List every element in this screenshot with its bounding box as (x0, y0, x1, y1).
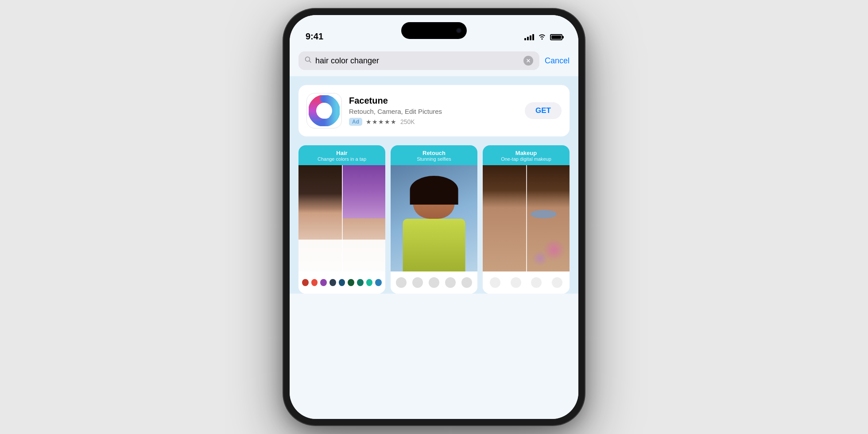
svg-point-7 (321, 112, 330, 119)
screenshot-hair-image (298, 165, 385, 271)
screenshot-retouch-image (391, 165, 477, 271)
color-blue (375, 279, 382, 286)
divider-makeup (526, 165, 527, 271)
hair-makeup-left (483, 165, 526, 208)
color-navy (339, 279, 345, 286)
clear-search-button[interactable] (523, 56, 533, 66)
phone-screen: 9:41 (290, 15, 578, 419)
phone-shell: 9:41 (283, 9, 585, 425)
screenshot-makeup-title: Makeup (488, 150, 564, 156)
screenshot-hair-header: Hair Change colors in a tap (298, 145, 385, 165)
scene: 9:41 (0, 0, 868, 434)
screenshots-row: Hair Change colors in a tap (298, 145, 570, 294)
svg-line-1 (310, 61, 311, 63)
hair-dark (298, 165, 342, 213)
review-count: 250K (400, 118, 415, 125)
get-button[interactable]: GET (525, 102, 562, 119)
retouch-icon-2 (412, 277, 423, 288)
person-retouch (399, 176, 469, 271)
divider-line (342, 165, 343, 271)
makeup-icon-2 (511, 277, 521, 288)
app-name: Facetune (349, 96, 518, 106)
star-rating: ★★★★★ (366, 118, 397, 125)
screen-content: hair color changer Cancel (290, 45, 578, 419)
signal-bars-icon (524, 34, 534, 40)
search-area: hair color changer Cancel (290, 45, 578, 76)
color-orange-red (311, 279, 318, 286)
retouch-icon-1 (396, 277, 407, 288)
screenshot-makeup-image (483, 165, 570, 271)
screenshot-retouch-header: Retouch Stunning selfies (391, 145, 477, 165)
signal-bar-2 (527, 37, 529, 40)
makeup-icon-3 (531, 277, 542, 288)
svg-point-6 (322, 105, 329, 112)
eyeshadow (531, 210, 557, 218)
hair-makeup-right (526, 165, 570, 208)
screenshot-makeup-icons (483, 271, 570, 294)
color-mint (366, 279, 373, 286)
shirt-2 (403, 219, 465, 271)
wifi-icon (538, 33, 546, 42)
color-red (302, 279, 309, 286)
screenshot-makeup-subtitle: One-tap digital makeup (488, 156, 564, 162)
results-area: Facetune Retouch, Camera, Edit Pictures … (290, 76, 578, 294)
color-dark-green (348, 279, 354, 286)
makeup-icon-4 (552, 277, 562, 288)
search-icon (305, 56, 312, 65)
hair-purple (342, 165, 385, 218)
makeup-icon-1 (490, 277, 500, 288)
screenshot-hair-subtitle: Change colors in a tap (304, 156, 380, 162)
retouch-icon-5 (461, 277, 472, 288)
search-bar[interactable]: hair color changer (298, 51, 539, 70)
signal-bar-4 (532, 34, 534, 40)
screenshot-retouch-title: Retouch (396, 150, 472, 156)
search-query: hair color changer (315, 56, 520, 66)
signal-bar-1 (524, 38, 526, 40)
screenshot-hair-title: Hair (304, 150, 380, 156)
color-purple (320, 279, 327, 286)
screenshot-hair-colors (298, 271, 385, 294)
bokeh-2 (532, 251, 548, 266)
app-icon (306, 93, 342, 128)
screenshot-retouch: Retouch Stunning selfies (391, 145, 477, 294)
cancel-button[interactable]: Cancel (545, 56, 570, 66)
screenshot-makeup: Makeup One-tap digital makeup (483, 145, 570, 294)
screenshot-hair: Hair Change colors in a tap (298, 145, 385, 294)
app-subtitle: Retouch, Camera, Edit Pictures (349, 108, 518, 115)
color-dark-blue (329, 279, 336, 286)
app-meta: Ad ★★★★★ 250K (349, 118, 518, 126)
battery-icon (550, 34, 562, 40)
ad-badge: Ad (349, 118, 362, 126)
app-listing-card[interactable]: Facetune Retouch, Camera, Edit Pictures … (298, 85, 570, 136)
color-teal (357, 279, 364, 286)
screenshot-makeup-header: Makeup One-tap digital makeup (483, 145, 570, 165)
camera-dot (456, 28, 461, 33)
face-makeup-left (483, 165, 526, 271)
hair-2 (410, 176, 458, 205)
dynamic-island (401, 22, 467, 39)
retouch-icon-4 (445, 277, 456, 288)
status-icons (524, 33, 562, 42)
signal-bar-3 (530, 35, 531, 40)
retouch-icon-3 (429, 277, 439, 288)
screenshot-retouch-subtitle: Stunning selfies (396, 156, 472, 162)
screenshot-retouch-icons (391, 271, 477, 294)
app-info: Facetune Retouch, Camera, Edit Pictures … (349, 96, 518, 126)
